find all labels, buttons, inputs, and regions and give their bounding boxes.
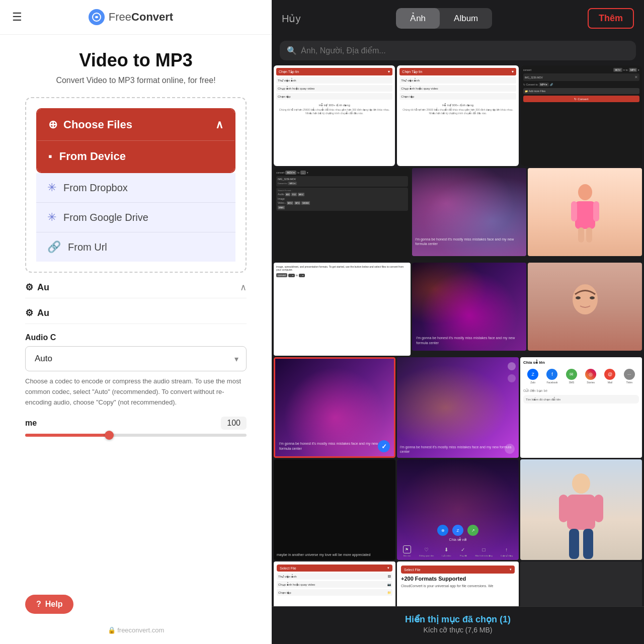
from-device-item[interactable]: ▪ From Device bbox=[37, 140, 234, 172]
svg-rect-4 bbox=[593, 201, 599, 221]
auto-settings-row: ⚙ Au bbox=[25, 298, 247, 324]
svg-rect-13 bbox=[594, 495, 603, 522]
svg-point-9 bbox=[590, 296, 595, 299]
left-header: ☰ FreeConvert bbox=[0, 0, 272, 35]
from-device-label: From Device bbox=[59, 150, 126, 163]
share-section[interactable]: Chia sẻ lên Z Zalo f Facebook ✉ SMS bbox=[520, 357, 642, 458]
volume-value: 100 bbox=[221, 417, 247, 430]
from-dropbox-label: From Dropbox bbox=[63, 182, 128, 194]
from-url-label: From Url bbox=[68, 242, 107, 253]
svg-rect-11 bbox=[567, 495, 595, 530]
left-panel: ☰ FreeConvert Video to MP3 Convert Video… bbox=[0, 0, 272, 644]
help-button[interactable]: ? Help bbox=[25, 595, 73, 614]
person-photo-1[interactable] bbox=[528, 168, 642, 256]
tab-photo[interactable]: Ảnh bbox=[396, 8, 440, 29]
auto-settings-label: ⚙ Au bbox=[25, 307, 49, 318]
volume-slider[interactable] bbox=[25, 434, 247, 437]
convert-desktop-full[interactable]: convert MOV ▾ to ... ▾ IMG_3239.MOV Conv… bbox=[274, 168, 411, 261]
tab-album[interactable]: Album bbox=[440, 8, 492, 29]
svg-point-7 bbox=[573, 284, 598, 314]
logo-icon bbox=[89, 9, 105, 25]
help-icon: ? bbox=[36, 600, 41, 609]
page-title: Video to MP3 bbox=[25, 50, 247, 71]
search-icon: 🔍 bbox=[287, 46, 297, 55]
svg-rect-15 bbox=[583, 529, 593, 559]
from-url-item[interactable]: 🔗 From Url bbox=[36, 232, 235, 262]
tiktok-video-1[interactable]: i'm gonna be honest it's mostly miss mis… bbox=[412, 168, 526, 256]
svg-rect-6 bbox=[586, 227, 592, 243]
codec-select[interactable]: Auto bbox=[25, 346, 247, 371]
photo-grid: Chọn Tập tin▾ Thư viện ảnh Chụp ảnh hoặc… bbox=[272, 65, 644, 644]
logo-text: FreeConvert bbox=[109, 11, 173, 24]
cancel-button[interactable]: Hủy bbox=[282, 13, 300, 25]
svg-point-8 bbox=[576, 296, 581, 299]
convert-screenshot-left[interactable]: Chọn Tập tin▾ Thư viện ảnh Chụp ảnh hoặc… bbox=[274, 65, 395, 166]
search-bar: 🔍 bbox=[280, 41, 636, 60]
photos-row-5: maybe in another universe my love will b… bbox=[274, 459, 642, 560]
convert-screenshots-row: Chọn Tập tin▾ Thư viện ảnh Chụp ảnh hoặc… bbox=[274, 65, 642, 166]
footer-domain: 🔒 freeconvert.com bbox=[0, 626, 272, 634]
page-subtitle: Convert Video to MP3 format online, for … bbox=[25, 76, 247, 85]
codec-select-wrapper: Auto bbox=[25, 346, 247, 371]
convert-desktop-2[interactable]: image, spreadsheet, and presentation for… bbox=[274, 263, 411, 356]
svg-rect-2 bbox=[575, 201, 595, 229]
hamburger-icon[interactable]: ☰ bbox=[12, 11, 22, 24]
right-panel: Hủy Ảnh Album Thêm 🔍 Chọn Tập tin▾ Thư v… bbox=[272, 0, 644, 644]
logo-area: FreeConvert bbox=[89, 9, 173, 25]
svg-point-1 bbox=[578, 184, 592, 200]
photos-row-2: convert MOV ▾ to ... ▾ IMG_3239.MOV Conv… bbox=[274, 168, 642, 261]
face-photo[interactable] bbox=[528, 263, 642, 351]
gear-icon: ⚙ bbox=[25, 282, 33, 293]
audio-codec-label: Audio C bbox=[25, 333, 247, 342]
them-button[interactable]: Thêm bbox=[588, 8, 634, 29]
choose-files-label: Choose Files bbox=[63, 118, 132, 131]
from-google-drive-item[interactable]: ✳ From Google Drive bbox=[36, 202, 235, 232]
audio-settings-row: ⚙ Au ∧ bbox=[25, 273, 247, 298]
right-top-bar: Hủy Ảnh Album Thêm bbox=[272, 0, 644, 37]
left-content: Video to MP3 Convert Video to MP3 format… bbox=[0, 35, 272, 644]
gear-icon-2: ⚙ bbox=[25, 307, 33, 318]
bottom-bar: Hiển thị mục đã chọn (1) Kích cỡ thực (7… bbox=[272, 606, 644, 644]
dropbox-icon: ✳ bbox=[47, 181, 56, 194]
convert-screenshot-desktop[interactable]: convert MOV ▾ to MP4 ▾ IMG_3239.MOV ✕ bbox=[521, 65, 642, 166]
tiktok-video-2[interactable]: i'm gonna be honest it's mostly miss mis… bbox=[412, 263, 526, 351]
google-drive-icon: ✳ bbox=[47, 211, 56, 224]
man-pink-shirt[interactable] bbox=[520, 459, 642, 560]
svg-rect-5 bbox=[578, 227, 584, 243]
codec-description: Choose a codec to encode or compress the… bbox=[25, 376, 247, 408]
upload-area: ⊕ Choose Files ∧ ▪ From Device ✳ From Dr… bbox=[25, 97, 247, 273]
dark-video[interactable]: maybe in another universe my love will b… bbox=[274, 459, 395, 560]
photos-row-3: image, spreadsheet, and presentation for… bbox=[274, 263, 642, 356]
svg-rect-3 bbox=[571, 201, 577, 221]
banana-video[interactable]: i'm gonna be honest it's mostly miss mis… bbox=[397, 357, 519, 458]
chevron-up-icon-1: ∧ bbox=[240, 282, 247, 293]
from-google-drive-label: From Google Drive bbox=[63, 212, 148, 223]
from-dropbox-item[interactable]: ✳ From Dropbox bbox=[36, 173, 235, 202]
tiktok-like-ui[interactable]: ⚑ Báo cáo ♡ Không quan tâm ⬇ Lưu video bbox=[397, 459, 519, 560]
svg-rect-14 bbox=[569, 529, 579, 559]
choose-files-dropdown: ⊕ Choose Files ∧ ▪ From Device bbox=[36, 108, 235, 173]
svg-rect-12 bbox=[559, 495, 568, 522]
photo-album-tabs: Ảnh Album bbox=[396, 8, 492, 29]
bottom-bar-subtitle: Kích cỡ thực (7,6 MB) bbox=[282, 626, 634, 634]
search-input[interactable] bbox=[301, 46, 629, 55]
help-label: Help bbox=[45, 600, 63, 609]
convert-screenshot-right[interactable]: Chọn Tập tin▾ Thư viện ảnh Chụp ảnh hoặc… bbox=[397, 65, 518, 166]
volume-label: me bbox=[25, 419, 37, 428]
photos-row-4: i'm gonna be honest it's mostly miss mis… bbox=[274, 357, 642, 458]
svg-point-10 bbox=[572, 473, 590, 494]
volume-row: me 100 bbox=[25, 417, 247, 430]
audio-settings-label: ⚙ Au bbox=[25, 282, 49, 293]
choose-files-button[interactable]: ⊕ Choose Files ∧ bbox=[37, 109, 234, 140]
add-file-icon: ⊕ bbox=[48, 118, 57, 131]
concert-video-selected[interactable]: i'm gonna be honest it's mostly miss mis… bbox=[274, 357, 395, 458]
chevron-up-icon: ∧ bbox=[215, 118, 223, 131]
folder-icon: ▪ bbox=[48, 150, 52, 163]
bottom-bar-title: Hiển thị mục đã chọn (1) bbox=[282, 614, 634, 625]
link-icon: 🔗 bbox=[47, 240, 61, 254]
